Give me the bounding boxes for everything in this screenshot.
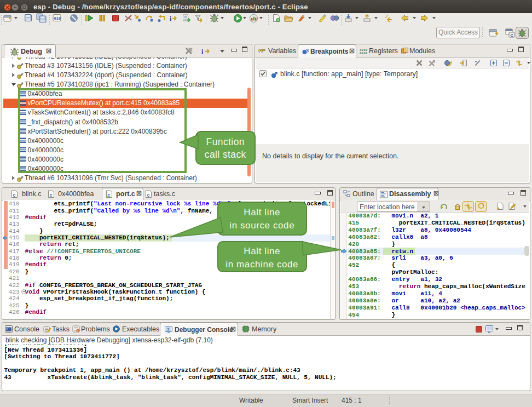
svg-text:C: C [511, 33, 513, 37]
svg-text:i: i [201, 48, 204, 55]
svg-text:c: c [13, 192, 16, 198]
svg-text:c: c [108, 192, 111, 198]
svg-text:?: ? [167, 328, 169, 331]
svg-text:010: 010 [54, 16, 61, 21]
svg-text:0101: 0101 [360, 51, 368, 54]
svg-text:!: ! [77, 329, 78, 333]
svg-text:i: i [170, 15, 172, 22]
svg-text:c: c [50, 192, 53, 198]
svg-text:c: c [147, 192, 150, 198]
